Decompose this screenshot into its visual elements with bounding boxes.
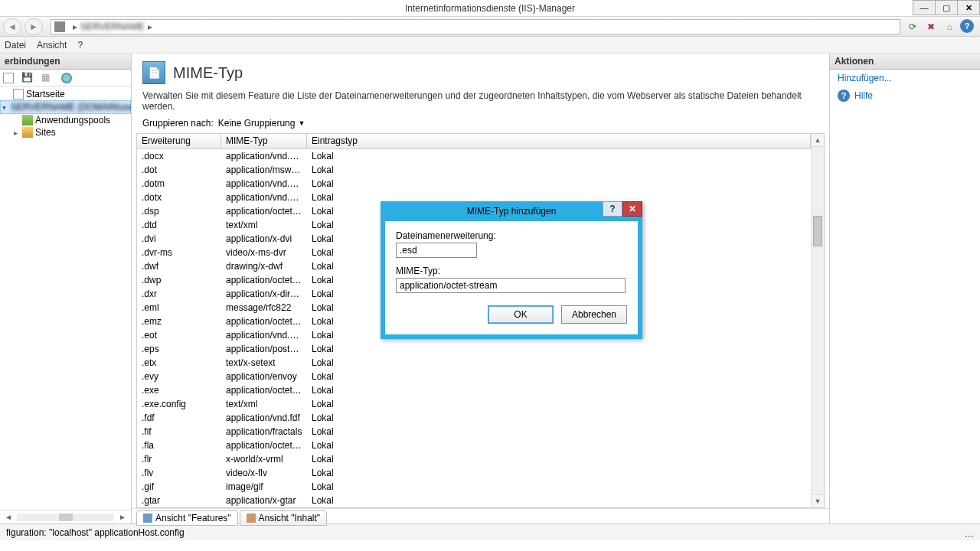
window-maximize-button[interactable]: ▢: [935, 0, 958, 15]
connections-toolbar: 💾 ▦: [0, 70, 131, 86]
nav-icon[interactable]: ▦: [41, 72, 54, 84]
dialog-close-button[interactable]: ✕: [622, 201, 642, 217]
cell-entrytype: Lokal: [307, 481, 390, 492]
table-row[interactable]: .flvvideo/x-flvLokal: [137, 466, 811, 480]
table-row[interactable]: .docxapplication/vnd.o...Lokal: [137, 149, 811, 163]
cell-extension: .fif: [137, 426, 221, 437]
cell-mimetype: text/xml: [221, 399, 307, 409]
tree-startpage[interactable]: Startseite: [0, 88, 131, 100]
connections-tree: Startseite ▾ SERVERNAME (DOMAIN\user) An…: [0, 86, 131, 510]
action-help[interactable]: ? Hilfe: [830, 86, 980, 105]
cell-entrytype: Lokal: [307, 192, 390, 203]
table-row[interactable]: .gtarapplication/x-gtarLokal: [137, 494, 811, 507]
table-row[interactable]: .flaapplication/octet-...Lokal: [137, 439, 811, 452]
table-row[interactable]: .epsapplication/postsc...Lokal: [137, 342, 811, 356]
cell-extension: .flr: [137, 454, 221, 465]
window-close-button[interactable]: ✕: [957, 0, 980, 15]
table-row[interactable]: .dotapplication/mswordLokal: [137, 163, 811, 177]
table-row[interactable]: .etxtext/x-setextLokal: [137, 356, 811, 370]
page-icon: [13, 89, 24, 99]
extension-input[interactable]: [396, 243, 477, 258]
connections-header: erbindungen: [0, 54, 131, 70]
tab-features-view[interactable]: Ansicht "Features": [136, 510, 238, 526]
scroll-down-icon[interactable]: ▼: [812, 494, 824, 507]
table-row[interactable]: .evyapplication/envoyLokal: [137, 370, 811, 383]
cancel-button[interactable]: Abbrechen: [561, 305, 627, 324]
cell-extension: .dot: [137, 165, 221, 175]
scroll-thumb[interactable]: [813, 216, 822, 246]
nav-forward-button[interactable]: ►: [24, 18, 43, 35]
table-row[interactable]: .dotmapplication/vnd.m...Lokal: [137, 177, 811, 191]
help-icon: ?: [838, 90, 850, 102]
cell-entrytype: Lokal: [307, 302, 390, 313]
menu-view[interactable]: Ansicht: [37, 40, 67, 51]
cell-entrytype: Lokal: [307, 385, 390, 396]
tree-sites[interactable]: ▸ Sites: [0, 126, 131, 139]
connections-hscroll[interactable]: ◄►: [0, 510, 131, 523]
tree-server[interactable]: ▾ SERVERNAME (DOMAIN\user): [0, 100, 131, 114]
cell-extension: .eps: [137, 344, 221, 354]
menu-help[interactable]: ?: [77, 40, 83, 51]
cell-entrytype: Lokal: [307, 330, 390, 341]
cell-mimetype: application/octet-...: [221, 385, 307, 396]
cell-mimetype: application/fractals: [221, 426, 307, 437]
dialog-title: MIME-Typ hinzufügen: [467, 206, 557, 217]
tree-app-pools[interactable]: Anwendungspools: [0, 114, 131, 126]
cell-extension: .flv: [137, 468, 221, 478]
dialog-help-button[interactable]: ?: [603, 201, 622, 217]
cell-extension: .dtd: [137, 220, 221, 230]
breadcrumb-separator: ▸: [73, 21, 77, 32]
cell-extension: .dsp: [137, 206, 221, 217]
cell-mimetype: application/octet-...: [221, 206, 307, 217]
cell-entrytype: Lokal: [307, 220, 390, 230]
nav-back-button[interactable]: ◄: [3, 18, 21, 35]
col-extension[interactable]: Erweiterung: [137, 134, 221, 148]
col-mimetype[interactable]: MIME-Typ: [221, 134, 307, 148]
cell-entrytype: Lokal: [307, 426, 390, 437]
stop-icon[interactable]: ✖: [923, 19, 939, 34]
group-by-dropdown[interactable]: Keine Gruppierung ▼: [218, 118, 305, 129]
home-icon[interactable]: ⌂: [942, 19, 957, 34]
cell-entrytype: Lokal: [307, 165, 390, 175]
table-vscrollbar[interactable]: ▲ ▼: [811, 134, 824, 507]
save-icon[interactable]: 💾: [21, 72, 34, 84]
resize-grip-icon[interactable]: [963, 527, 974, 538]
action-add[interactable]: Hinzufügen...: [830, 70, 980, 86]
server-icon: [54, 21, 65, 32]
cell-extension: .etx: [137, 357, 221, 368]
table-row[interactable]: .fifapplication/fractalsLokal: [137, 425, 811, 439]
view-tabs: Ansicht "Features" Ansicht "Inhalt": [132, 508, 829, 527]
ok-button[interactable]: OK: [488, 305, 554, 324]
help-icon[interactable]: ?: [960, 19, 974, 33]
cell-mimetype: application/envoy: [221, 371, 307, 382]
tab-content-view[interactable]: Ansicht "Inhalt": [240, 510, 328, 526]
breadcrumb[interactable]: ▸ SERVERNAME ▸: [51, 19, 900, 34]
add-mime-type-dialog: MIME-Typ hinzufügen ? ✕ Dateinamenerweit…: [381, 201, 642, 339]
page-description: Verwalten Sie mit diesem Feature die Lis…: [132, 90, 829, 118]
status-text: figuration: "localhost" applicationHost.…: [6, 527, 185, 538]
window-minimize-button[interactable]: —: [913, 0, 936, 15]
col-entrytype[interactable]: Eintragstyp: [307, 134, 811, 148]
table-row[interactable]: .flrx-world/x-vrmlLokal: [137, 452, 811, 466]
cell-extension: .gif: [137, 481, 221, 492]
menu-bar: Datei Ansicht ?: [0, 37, 980, 54]
page-title: MIME-Typ: [173, 64, 243, 82]
mimetype-input[interactable]: [396, 278, 626, 293]
table-row[interactable]: .exeapplication/octet-...Lokal: [137, 383, 811, 397]
chevron-down-icon: ▼: [298, 119, 305, 127]
refresh-icon[interactable]: ⟳: [905, 19, 920, 34]
dialog-titlebar: MIME-Typ hinzufügen ? ✕: [381, 201, 642, 221]
table-row[interactable]: .fdfapplication/vnd.fdfLokal: [137, 411, 811, 425]
scroll-up-icon[interactable]: ▲: [812, 134, 824, 147]
connect-icon[interactable]: [3, 73, 14, 83]
table-row[interactable]: .gifimage/gifLokal: [137, 480, 811, 494]
cell-extension: .dotx: [137, 192, 221, 203]
cell-mimetype: application/octet-...: [221, 316, 307, 327]
sites-icon[interactable]: [61, 73, 72, 83]
cell-entrytype: Lokal: [307, 412, 390, 423]
table-row[interactable]: .exe.configtext/xmlLokal: [137, 397, 811, 411]
menu-file[interactable]: Datei: [5, 40, 26, 51]
cell-mimetype: message/rfc822: [221, 302, 307, 313]
features-view-icon: [143, 514, 152, 523]
breadcrumb-separator: ▸: [148, 21, 152, 32]
